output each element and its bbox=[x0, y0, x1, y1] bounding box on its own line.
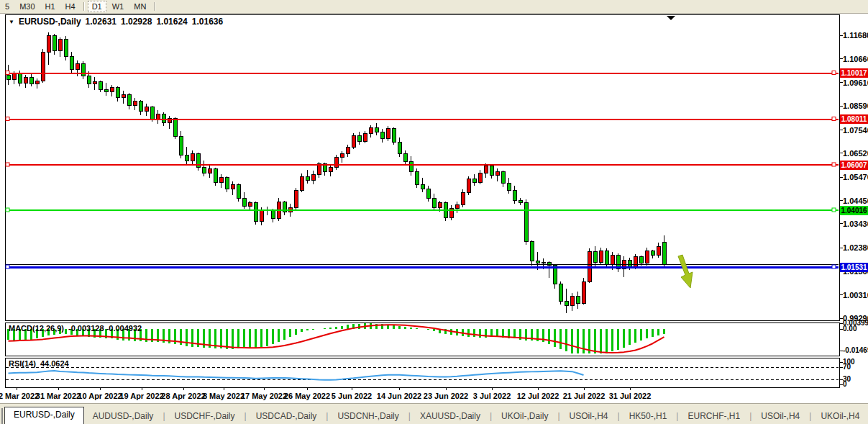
hline-price-badge: 1.10017 bbox=[840, 68, 868, 78]
chart-tab-ukoil-h4[interactable]: UKOil-,H4 bbox=[812, 409, 868, 424]
legend-low: 1.01624 bbox=[156, 17, 187, 27]
price-axis-label: 1.07540 bbox=[843, 126, 868, 135]
price-axis-label: 1.04450 bbox=[843, 197, 868, 205]
timeframe-button-w1[interactable]: W1 bbox=[108, 1, 129, 12]
rsi-axis-label: 0 bbox=[843, 380, 847, 388]
macd-values: -0.003128 -0.004932 bbox=[68, 324, 142, 333]
chart-tab-xauusd-daily[interactable]: XAUUSD-,Daily bbox=[411, 409, 489, 424]
legend-collapse-icon[interactable]: ▼ bbox=[9, 19, 14, 25]
chart-tab-hk50-h1[interactable]: HK50-,H1 bbox=[621, 409, 676, 424]
chart-legend: ▼ EURUSD-,Daily 1.02631 1.02928 1.01624 … bbox=[9, 17, 223, 27]
main-chart-pane[interactable] bbox=[5, 14, 840, 321]
time-axis-label: 3 Jul 2022 bbox=[473, 392, 511, 400]
time-axis-label: 26 May 2022 bbox=[284, 392, 330, 400]
rsi-name: RSI(14) bbox=[9, 359, 36, 368]
price-axis-label: 1.08590 bbox=[843, 102, 868, 110]
legend-symbol: EURUSD-,Daily bbox=[19, 17, 81, 27]
time-axis-label: 8 May 2022 bbox=[203, 392, 245, 400]
price-axis-label: 1.03430 bbox=[843, 220, 868, 228]
timeframe-button-mn[interactable]: MN bbox=[129, 1, 150, 12]
timeframe-button-h4[interactable]: H4 bbox=[61, 1, 80, 12]
hline-price-badge: 1.08011 bbox=[840, 114, 868, 124]
time-axis-label: 31 Jul 2022 bbox=[609, 392, 652, 400]
macd-name: MACD(12,26,9) bbox=[9, 324, 64, 333]
hline-price-badge: 1.04016 bbox=[840, 206, 868, 215]
chart-tab-audusd-daily[interactable]: AUDUSD-,Daily bbox=[84, 409, 163, 424]
rsi-pane[interactable] bbox=[5, 358, 840, 388]
macd-axis-label: -0.01469 bbox=[843, 346, 868, 354]
legend-high: 1.02928 bbox=[121, 17, 152, 27]
time-axis-label: 12 Jul 2022 bbox=[517, 392, 559, 400]
time-axis-label: 21 Jul 2022 bbox=[563, 392, 606, 400]
time-axis-label: 5 Jun 2022 bbox=[332, 392, 372, 400]
price-axis-label: 1.06520 bbox=[843, 149, 868, 158]
time-axis-label: 23 Jun 2022 bbox=[424, 392, 468, 400]
macd-label: MACD(12,26,9) -0.003128 -0.004932 bbox=[9, 324, 142, 333]
tab-stub[interactable] bbox=[1, 408, 3, 424]
chart-tab-usdcad-daily[interactable]: USDCAD-,Daily bbox=[247, 409, 326, 424]
toolbar-separator bbox=[154, 2, 155, 11]
legend-close: 1.01636 bbox=[192, 17, 223, 27]
hline-price-badge: 1.01531 bbox=[840, 263, 868, 272]
legend-open: 1.02631 bbox=[86, 17, 117, 27]
macd-axis-label: 0.00 bbox=[843, 325, 856, 333]
timeframe-button-m30[interactable]: M30 bbox=[15, 1, 39, 12]
timeframe-button-5[interactable]: 5 bbox=[1, 1, 14, 12]
price-axis-label: 1.00310 bbox=[843, 291, 868, 299]
chart-tab-eurchf-h1[interactable]: EURCHF-,H1 bbox=[679, 409, 749, 424]
timeframe-button-h1[interactable]: H1 bbox=[41, 1, 60, 12]
rsi-axis-label: 70 bbox=[843, 363, 851, 371]
chart-tab-usdchf-daily[interactable]: USDCHF-,Daily bbox=[166, 409, 244, 424]
price-axis-label: 1.02380 bbox=[843, 243, 868, 252]
time-axis-label: 19 Apr 2022 bbox=[119, 392, 163, 400]
rsi-label: RSI(14) 44.0624 bbox=[9, 359, 69, 368]
toolbar-separator bbox=[83, 2, 84, 11]
chart-tab-usoil-h4[interactable]: USOil-,H4 bbox=[561, 409, 617, 424]
rsi-value: 44.0624 bbox=[40, 359, 69, 368]
time-axis-label: 17 May 2022 bbox=[241, 392, 287, 400]
timeframe-toolbar: 5M30H1H4D1W1MN bbox=[0, 0, 868, 14]
time-axis-label: 14 Jun 2022 bbox=[377, 392, 421, 400]
price-axis-label: 1.09610 bbox=[843, 78, 868, 87]
chart-tab-ukoil-daily[interactable]: UKOil-,Daily bbox=[493, 409, 557, 424]
time-axis-label: 22 Mar 2022 bbox=[0, 392, 39, 400]
time-axis-label: 28 Apr 2022 bbox=[161, 392, 205, 400]
time-axis-label: 10 Apr 2022 bbox=[78, 392, 122, 400]
timeframe-button-d1[interactable]: D1 bbox=[88, 1, 106, 12]
time-axis-label: 31 Mar 2022 bbox=[36, 392, 81, 400]
chart-tab-bar: EURUSD-,DailyAUDUSD-,Daily|USDCHF-,Daily… bbox=[0, 403, 868, 424]
price-axis-label: 1.10660 bbox=[843, 55, 868, 63]
price-axis-label: 1.05470 bbox=[843, 173, 868, 181]
chart-tab-usoil-h4[interactable]: USOil-,H4 bbox=[752, 409, 808, 424]
chart-tab-eurusd-daily[interactable]: EURUSD-,Daily bbox=[4, 407, 84, 424]
chart-tab-usdcnh-daily[interactable]: USDCNH-,Daily bbox=[329, 409, 407, 424]
price-axis-label: 1.11680 bbox=[843, 31, 868, 40]
hline-price-badge: 1.06007 bbox=[840, 161, 868, 170]
